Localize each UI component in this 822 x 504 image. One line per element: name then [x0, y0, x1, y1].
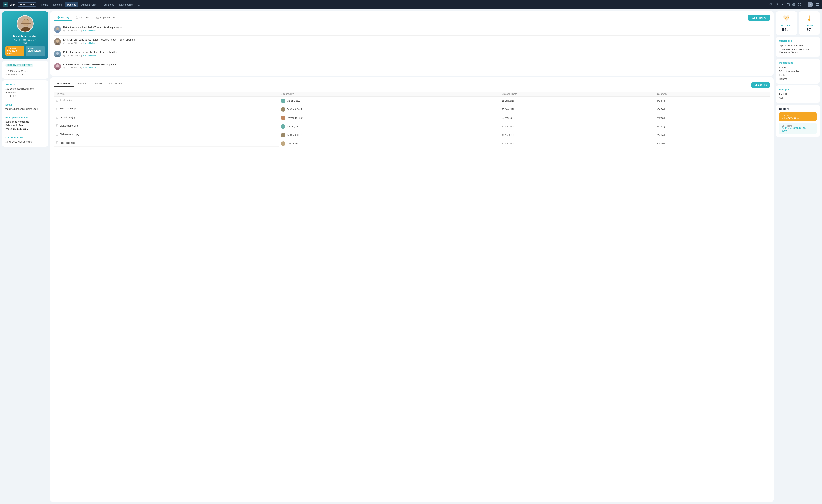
nav-items: Home Doctors Patients Appointments Insur… — [39, 2, 769, 7]
history-avatar-2 — [54, 38, 61, 45]
grid-icon[interactable] — [816, 3, 819, 6]
col-uploadedby: Uploaded by — [279, 91, 500, 97]
history-avatar-4 — [54, 63, 61, 70]
patient-dob: June 2, 1972 (63 years) — [5, 39, 45, 41]
svg-point-28 — [55, 30, 60, 33]
search-icon[interactable] — [769, 3, 773, 6]
email-title: Email — [5, 103, 45, 106]
brand-selector[interactable]: Health Care ▾ — [17, 2, 36, 7]
uploader-cell: Mariam, 2322 — [279, 122, 500, 131]
upload-date-cell: 15 Jun 2019 — [500, 105, 656, 114]
user-avatar[interactable]: T — [808, 2, 813, 7]
file-image-icon — [56, 107, 59, 110]
phone-badge[interactable]: 📞Phone 070 4820 4376 — [5, 46, 24, 56]
svg-point-30 — [56, 40, 59, 43]
svg-rect-40 — [56, 99, 57, 100]
nav-appointments[interactable]: Appointments — [79, 2, 99, 7]
upload-date-cell: 12 Apr 2019 — [500, 122, 656, 131]
brand-name: Health Care — [20, 3, 32, 6]
file-image-icon — [56, 141, 59, 144]
history-author-3[interactable]: Martin Nichols — [83, 54, 96, 56]
main-layout: Todd Hernandez June 2, 1972 (63 years) M… — [0, 9, 822, 504]
conditions-title: Conditions — [779, 39, 817, 42]
last-encounter-value: 19 Jul 2019 with Dr. Veera — [5, 140, 45, 144]
mail-icon[interactable] — [792, 3, 796, 6]
temperature-label: Temprature — [801, 24, 817, 26]
phone-label: 📞Phone — [7, 47, 22, 49]
add-icon[interactable] — [781, 3, 784, 6]
uploader-cell: Mariam, 2322 — [279, 97, 500, 105]
svg-point-33 — [56, 52, 59, 55]
history-item: Dr. Grant visit concluded. Patient needs… — [54, 36, 770, 48]
condition-item: Moderate Chronic Obstructive Pulmonary D… — [779, 48, 817, 54]
emergency-section: Emergency Contact Name Mike Hernandez Re… — [5, 116, 45, 131]
bell-icon[interactable] — [775, 3, 778, 6]
clearance-cell: Pending — [656, 122, 770, 131]
svg-rect-23 — [96, 17, 98, 18]
patient-meta: 📞Phone 070 4820 4376 ❤MRN# 25AF-A5Wg — [5, 46, 45, 56]
best-time: 10:15 amin 30 min — [5, 68, 45, 73]
medications-card: Medications Avandia BD Ultrfine Needles … — [776, 59, 820, 83]
svg-line-3 — [772, 5, 773, 6]
history-item: Diabetes report has been verified, sent … — [54, 60, 770, 72]
medication-item: Lisinprol — [779, 77, 817, 81]
record-names: Dr. Emma, 0056 Dr. Alexis, 0069 — [782, 127, 814, 132]
left-panel: Todd Hernandez June 2, 1972 (63 years) M… — [2, 11, 48, 502]
nav-insurances[interactable]: Insurances — [100, 2, 116, 7]
last-encounter-title: Last Encounter — [5, 136, 45, 139]
history-author-1[interactable]: Martin Nichols — [83, 29, 96, 32]
upload-date-cell: 12 Apr 2019 — [500, 131, 656, 139]
col-filename: File name — [54, 91, 279, 97]
nav-dashboards[interactable]: Dashboards — [117, 2, 135, 7]
file-name-cell: Dialysis report.jpg — [54, 122, 279, 129]
tab-timeline[interactable]: Timeline — [89, 80, 105, 87]
heart-rate-label: Heart Rate — [778, 24, 795, 26]
tab-insurance[interactable]: Insurance — [72, 14, 93, 21]
file-name-cell: Prescription.jpg — [54, 114, 279, 121]
primary-doctor[interactable]: Primary Dr. Grant, 0012 — [779, 112, 817, 121]
heart-rate-card: Heart Rate 54bpm — [776, 11, 797, 35]
upload-date-cell: 12 Apr 2019 — [500, 139, 656, 148]
doctors-title: Doctors — [779, 107, 817, 110]
tab-appointments[interactable]: Appointments — [93, 14, 118, 21]
tab-history[interactable]: History — [54, 14, 72, 21]
svg-rect-14 — [817, 3, 819, 4]
nav-doctors[interactable]: Doctors — [51, 2, 64, 7]
nav-patients[interactable]: Patients — [65, 2, 78, 7]
svg-point-66 — [809, 19, 810, 21]
nav-home[interactable]: Home — [39, 2, 50, 7]
crm-label: CRM — [10, 3, 15, 6]
history-author-2[interactable]: Martin Nichols — [83, 42, 96, 44]
col-date: Uploaded Date — [500, 91, 656, 97]
emergency-name: Name Mike Hernandez — [5, 120, 45, 124]
clearance-cell: Verified — [656, 139, 770, 148]
documents-table-container: File name Uploaded by Uploaded Date Clea… — [54, 91, 770, 148]
emergency-relationship: Relationship Son — [5, 124, 45, 127]
svg-rect-60 — [56, 142, 57, 143]
table-row: Dialysis report.jpg Mariam, 2322 12 Apr … — [54, 122, 770, 131]
tab-activities[interactable]: Activities — [74, 80, 89, 87]
top-navigation: CRM Health Care ▾ Home Doctors Patients … — [0, 0, 822, 9]
add-history-button[interactable]: Add History — [748, 15, 770, 21]
best-label[interactable]: Best time to call ▾ — [5, 73, 45, 76]
upload-date-cell: 02 May 2019 — [500, 114, 656, 122]
clearance-cell: Verified — [656, 114, 770, 122]
address-line1: 103 Souterhead Road Lower Boscawell — [5, 87, 45, 94]
calendar-icon[interactable] — [786, 3, 790, 6]
record-doctors: On Record - Dr. Emma, 0056 Dr. Alexis, 0… — [779, 123, 817, 134]
patient-gender: Male — [5, 42, 45, 44]
settings-icon[interactable] — [798, 3, 801, 6]
upload-file-button[interactable]: Upload File — [751, 82, 770, 88]
history-author-4[interactable]: Martin Nichols — [83, 67, 96, 69]
patient-info-card: Address 103 Souterhead Road Lower Boscaw… — [2, 80, 48, 146]
doctors-card: Doctors Primary Dr. Grant, 0012 On Recor… — [776, 105, 820, 137]
tab-data-privacy[interactable]: Data Privacy — [105, 80, 125, 87]
conditions-card: Conditions Type 2 Diabetes Mellitus Mode… — [776, 37, 820, 57]
tab-documents[interactable]: Documents — [54, 80, 74, 87]
patient-avatar — [17, 15, 34, 32]
svg-rect-56 — [56, 134, 57, 134]
primary-name: Dr. Grant, 0012 — [782, 116, 814, 119]
table-row: CT Scan.jpg Mariam, 2322 15 Jun 2019 Pen… — [54, 97, 770, 105]
history-content-1: Patient has submitted their CT scan. Awa… — [63, 26, 123, 33]
nav-more[interactable]: ... — [136, 2, 142, 7]
